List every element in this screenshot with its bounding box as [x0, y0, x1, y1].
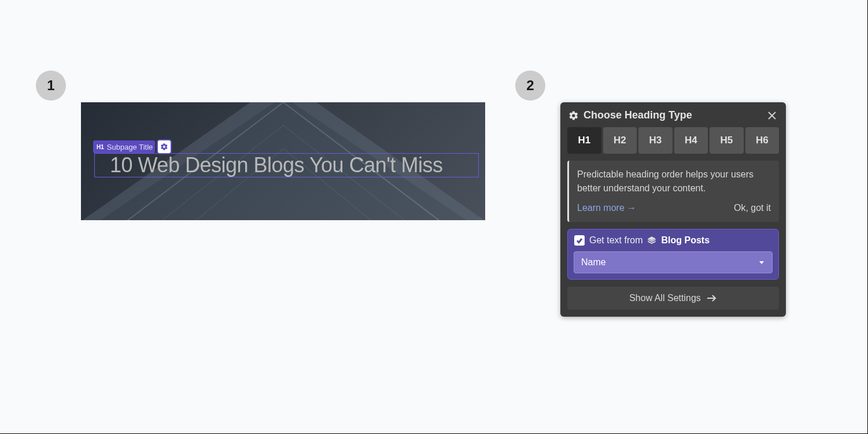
tab-h4[interactable]: H4	[674, 127, 708, 154]
field-dropdown[interactable]: Name	[574, 251, 773, 273]
heading-type-tabs: H1 H2 H3 H4 H5 H6	[560, 127, 786, 161]
heading-settings-panel: Choose Heading Type H1 H2 H3 H4 H5 H6 Pr…	[560, 102, 786, 317]
editor-canvas[interactable]: H1 Subpage Title 10 Web Design Blogs You…	[81, 102, 485, 220]
step-badge-2: 2	[515, 71, 545, 101]
element-tag-label: Subpage Title	[107, 143, 153, 151]
arrow-right-icon	[707, 294, 717, 302]
check-icon	[576, 237, 583, 244]
panel-header: Choose Heading Type	[560, 102, 786, 127]
show-all-settings-button[interactable]: Show All Settings	[567, 287, 779, 310]
svg-marker-10	[759, 261, 764, 264]
info-box: Predictable heading order helps your use…	[567, 161, 779, 222]
cms-binding-box: Get text from Blog Posts Name	[567, 229, 779, 280]
panel-title: Choose Heading Type	[583, 109, 762, 121]
tab-h5[interactable]: H5	[710, 127, 744, 154]
element-tag-type: H1	[97, 144, 104, 150]
element-settings-button[interactable]	[157, 139, 172, 154]
tab-h1[interactable]: H1	[567, 127, 601, 154]
collection-icon	[647, 236, 656, 245]
tab-h6[interactable]: H6	[745, 127, 780, 154]
tab-h3[interactable]: H3	[638, 127, 673, 154]
gear-icon	[568, 110, 579, 121]
element-tag[interactable]: H1 Subpage Title	[93, 140, 155, 153]
gear-icon	[160, 143, 168, 151]
learn-more-link[interactable]: Learn more →	[577, 201, 636, 215]
close-button[interactable]	[766, 110, 778, 121]
tab-h2[interactable]: H2	[603, 127, 637, 154]
binding-checkbox[interactable]	[574, 235, 585, 246]
show-all-label: Show All Settings	[629, 293, 701, 303]
chevron-down-icon	[758, 259, 765, 266]
step-badge-1: 1	[36, 71, 66, 101]
ok-got-it-button[interactable]: Ok, got it	[734, 201, 771, 215]
binding-source: Blog Posts	[661, 235, 710, 246]
binding-row: Get text from Blog Posts	[574, 235, 773, 246]
field-dropdown-value: Name	[581, 257, 606, 268]
close-icon	[767, 111, 777, 120]
heading-text[interactable]: 10 Web Design Blogs You Can't Miss	[110, 153, 468, 177]
info-text: Predictable heading order helps your use…	[577, 168, 771, 195]
binding-prefix: Get text from	[589, 235, 642, 246]
